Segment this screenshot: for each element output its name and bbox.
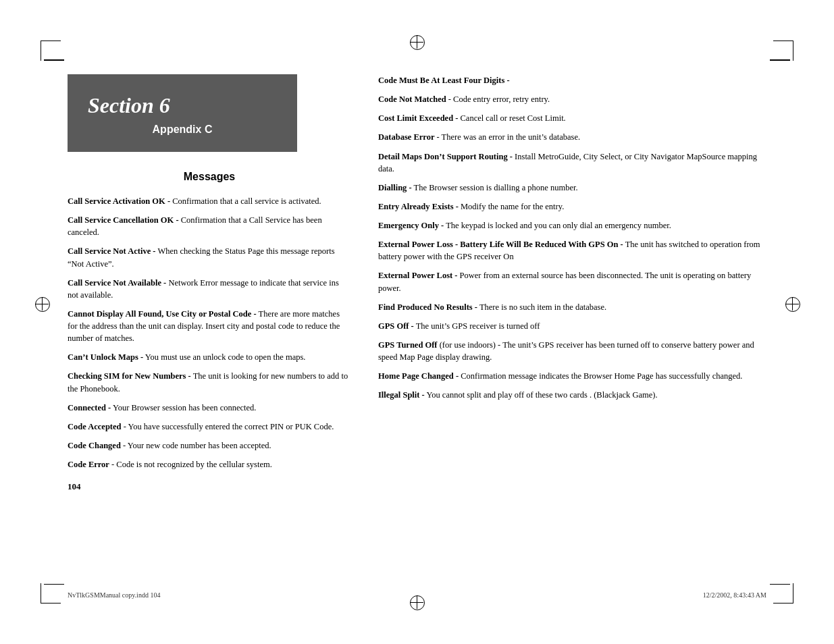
entry-term: GPS Turned Off (378, 340, 438, 350)
list-item: Illegal Split - You cannot split and pla… (378, 389, 766, 401)
reg-mark-left (35, 297, 49, 311)
entry-term: Call Service Cancellation OK - (68, 215, 179, 225)
list-item: Find Produced No Results - There is no s… (378, 301, 766, 313)
reg-mark-top (410, 35, 423, 49)
footer-right: 12/2/2002, 8:43:43 AM (703, 591, 766, 599)
entry-term: Call Service Activation OK - (68, 196, 170, 206)
entry-text: Cancel call or reset Cost Limit. (461, 113, 566, 123)
page-number: 104 (68, 481, 351, 492)
entry-term: Can’t Unlock Maps - (68, 352, 143, 362)
entry-term: Entry Already Exists - (378, 202, 459, 211)
page: Section 6 Appendix C Messages Call Servi… (0, 0, 834, 644)
entry-term: Cost Limit Exceeded - (378, 113, 458, 123)
list-item: Connected - Your Browser session has bee… (68, 402, 351, 414)
list-item: Code Changed - Your new code number has … (68, 439, 351, 452)
list-item: Database Error - There was an error in t… (378, 131, 766, 143)
list-item: Code Accepted - You have successfully en… (68, 421, 351, 433)
list-item: Dialling - The Browser session is dialli… (378, 182, 766, 194)
list-item: Can’t Unlock Maps - You must use an unlo… (68, 351, 351, 363)
entry-text: - Code entry error, retry entry. (448, 95, 550, 104)
list-item: External Power Lost - Power from an exte… (378, 269, 766, 294)
entry-term: Code Must Be At Least Four Digits - (378, 76, 510, 85)
entry-text: Confirmation that a call service is acti… (172, 196, 321, 206)
list-item: GPS Off - The unit’s GPS receiver is tur… (378, 320, 766, 332)
entry-text: Confirmation message indicates the Brows… (461, 371, 742, 381)
list-item: Code Not Matched - Code entry error, ret… (378, 93, 766, 105)
entry-term: External Power Loss - Battery Life Will … (378, 240, 623, 249)
h-line-left-bottom (44, 584, 64, 585)
entry-term: Emergency Only - (378, 221, 444, 230)
list-item: External Power Loss - Battery Life Will … (378, 238, 766, 263)
list-item: Checking SIM for New Numbers - The unit … (68, 370, 351, 394)
right-column: Code Must Be At Least Four Digits - Code… (378, 74, 766, 408)
entry-term: Connected - (68, 403, 111, 412)
entry-term: Database Error (378, 132, 434, 142)
entry-text: The unit’s GPS receiver is turned off (416, 321, 540, 331)
list-item: Call Service Not Available - Network Err… (68, 277, 351, 301)
entry-term: GPS Off - (378, 321, 414, 331)
entry-term: Home Page Changed - (378, 371, 459, 381)
list-item: Call Service Activation OK - Confirmatio… (68, 195, 351, 207)
list-item: Code Must Be At Least Four Digits - (378, 74, 766, 86)
corner-mark-tl (41, 41, 61, 61)
entry-text: The Browser session is dialling a phone … (414, 183, 578, 192)
messages-heading: Messages (68, 171, 351, 183)
left-column: Section 6 Appendix C Messages Call Servi… (68, 74, 351, 492)
left-entries: Call Service Activation OK - Confirmatio… (68, 195, 351, 471)
content-area: Section 6 Appendix C Messages Call Servi… (68, 74, 766, 576)
footer-left: NvTlkGSMManual copy.indd 104 (68, 591, 160, 599)
h-line-right-top (770, 59, 790, 61)
entry-term: Checking SIM for New Numbers - (68, 371, 191, 381)
section-subtitle: Appendix C (88, 124, 277, 136)
entry-term: Dialling - (378, 183, 412, 192)
entry-text: You must use an unlock code to open the … (145, 352, 306, 362)
list-item: Call Service Cancellation OK - Confirmat… (68, 214, 351, 238)
h-line-left-top (44, 59, 64, 61)
list-item: Emergency Only - The keypad is locked an… (378, 219, 766, 232)
corner-mark-br (773, 583, 793, 603)
list-item: Call Service Not Active - When checking … (68, 245, 351, 269)
entry-text: There is no such item in the database. (479, 302, 606, 312)
entry-term: Code Error (68, 460, 109, 469)
entry-term: Code Not Matched (378, 95, 446, 104)
list-item: Code Error - Code is not recognized by t… (68, 458, 351, 471)
entry-text: You cannot split and play off of these t… (426, 390, 657, 400)
entry-term: Code Accepted (68, 422, 122, 431)
entry-term: Code Changed (68, 441, 121, 450)
entry-text: Your Browser session has been connected. (113, 403, 257, 412)
list-item: Cost Limit Exceeded - Cancel call or res… (378, 112, 766, 124)
section-header: Section 6 Appendix C (68, 74, 297, 152)
entry-term: Cannot Display All Found, Use City or Po… (68, 309, 257, 319)
list-item: Home Page Changed - Confirmation message… (378, 370, 766, 382)
entry-text: - There was an error in the unit’s datab… (437, 132, 581, 142)
h-line-right-bottom (770, 584, 790, 585)
corner-mark-tr (773, 41, 793, 61)
list-item: Entry Already Exists - Modify the name f… (378, 200, 766, 213)
corner-mark-bl (41, 583, 61, 603)
entry-text: - You have successfully entered the corr… (124, 422, 334, 431)
entry-term: Illegal Split - (378, 390, 425, 400)
entry-term: Call Service Not Active - (68, 246, 156, 256)
reg-mark-right (785, 297, 799, 311)
entry-text: - Your new code number has been accepted… (123, 441, 271, 450)
entry-term: External Power Lost - (378, 271, 457, 280)
list-item: GPS Turned Off (for use indoors) - The u… (378, 339, 766, 363)
entry-text: The keypad is locked and you can only di… (446, 221, 671, 230)
entry-text: - Code is not recognized by the cellular… (111, 460, 272, 469)
section-number: Section 6 (88, 93, 277, 118)
right-entries: Code Must Be At Least Four Digits - Code… (378, 74, 766, 401)
entry-term: Detail Maps Don’t Support Routing - (378, 152, 513, 161)
list-item: Detail Maps Don’t Support Routing - Inst… (378, 151, 766, 175)
list-item: Cannot Display All Found, Use City or Po… (68, 308, 351, 344)
entry-term: Call Service Not Available - (68, 278, 166, 288)
footer: NvTlkGSMManual copy.indd 104 12/2/2002, … (68, 585, 766, 605)
entry-text: Modify the name for the entry. (461, 202, 564, 211)
entry-term: Find Produced No Results - (378, 302, 477, 312)
